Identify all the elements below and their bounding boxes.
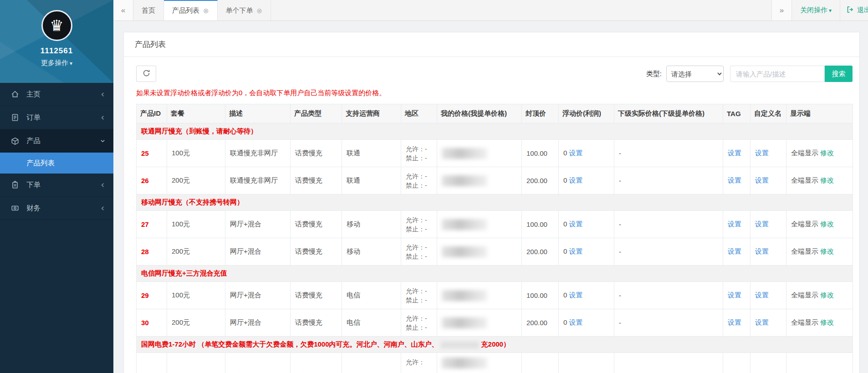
my-price-cell bbox=[437, 140, 522, 167]
type-select[interactable]: 请选择 bbox=[666, 66, 724, 82]
tag-cell: 设置 bbox=[723, 167, 751, 194]
sidebar-item-orders[interactable]: 订单 bbox=[0, 106, 113, 129]
search-button[interactable]: 搜索 bbox=[825, 66, 853, 82]
tag-set-link[interactable]: 设置 bbox=[728, 247, 741, 255]
sidebar-item-label: 订单 bbox=[26, 113, 100, 123]
custom-name-set-link[interactable]: 设置 bbox=[755, 291, 769, 299]
tab-single-order[interactable]: 单个下单 ⊗ bbox=[218, 0, 271, 20]
redacted-price bbox=[442, 148, 487, 159]
cap-price-cell: 100.00 bbox=[522, 140, 559, 167]
sidebar-item-product-list[interactable]: 产品列表 bbox=[0, 153, 113, 174]
group-title: 联通网厅慢充（到账慢，请耐心等待） bbox=[137, 123, 853, 140]
custom-name-set-link[interactable]: 设置 bbox=[755, 318, 769, 326]
display-modify-link[interactable]: 修改 bbox=[820, 247, 834, 255]
tag-set-link[interactable]: 设置 bbox=[728, 220, 741, 228]
my-price-cell bbox=[437, 211, 522, 238]
redacted-price bbox=[442, 317, 487, 328]
my-price-cell bbox=[437, 282, 522, 309]
region-allow: 允许： bbox=[406, 358, 432, 367]
page-title: 产品列表 bbox=[124, 32, 859, 57]
column-header: 描述 bbox=[225, 104, 291, 123]
more-actions-dropdown[interactable]: 更多操作▾ bbox=[0, 59, 113, 67]
redacted-price bbox=[442, 358, 487, 368]
tab-spacer bbox=[271, 0, 771, 20]
logout-button[interactable]: 退出 bbox=[840, 0, 868, 20]
region-cell: 允许：-禁止：- bbox=[401, 282, 437, 309]
chevron-down-icon: ▾ bbox=[829, 7, 832, 14]
description-cell: 网厅+混合 bbox=[225, 211, 291, 238]
exit-icon bbox=[847, 6, 854, 15]
tabs-scroll-left-button[interactable]: « bbox=[113, 0, 133, 20]
display-modify-link[interactable]: 修改 bbox=[820, 291, 834, 299]
float-price-set-link[interactable]: 设置 bbox=[569, 247, 583, 255]
close-actions-dropdown[interactable]: 关闭操作▾ bbox=[791, 0, 840, 20]
column-header: 地区 bbox=[401, 104, 437, 123]
circle-close-icon[interactable]: ⊗ bbox=[257, 7, 263, 14]
cap-price-cell: 100.00 bbox=[522, 211, 559, 238]
my-price-cell bbox=[437, 309, 522, 337]
chevron-down-icon: ▾ bbox=[70, 60, 72, 66]
float-price-set-link[interactable]: 设置 bbox=[569, 318, 583, 326]
tag-set-link[interactable]: 设置 bbox=[728, 291, 741, 299]
circle-close-icon[interactable]: ⊗ bbox=[203, 7, 209, 14]
display-cell: 全端显示 修改 bbox=[786, 238, 853, 266]
display-modify-link[interactable]: 修改 bbox=[820, 318, 834, 326]
display-cell bbox=[786, 353, 853, 373]
custom-name-set-link[interactable]: 设置 bbox=[755, 220, 769, 228]
float-price-set-link[interactable]: 设置 bbox=[569, 149, 583, 157]
column-header: 我的价格(我提单价格) bbox=[437, 104, 522, 123]
product-id-cell: 25 bbox=[137, 140, 167, 167]
tag-set-link[interactable]: 设置 bbox=[728, 176, 741, 184]
refresh-button[interactable] bbox=[136, 66, 156, 82]
tag-set-link[interactable]: 设置 bbox=[728, 318, 741, 326]
chevron-left-icon bbox=[100, 183, 105, 188]
column-header: TAG bbox=[723, 104, 751, 123]
custom-name-set-link[interactable]: 设置 bbox=[755, 247, 769, 255]
sub-price-cell: - bbox=[614, 309, 723, 337]
sidebar-item-label: 产品 bbox=[26, 136, 100, 146]
content-area: 产品列表 类型: 请选择 bbox=[113, 21, 868, 373]
search-input[interactable] bbox=[730, 66, 825, 82]
float-price-set-link[interactable]: 设置 bbox=[569, 220, 583, 228]
display-cell: 全端显示 修改 bbox=[786, 140, 853, 167]
region-allow: 允许：- bbox=[406, 314, 432, 323]
display-modify-link[interactable]: 修改 bbox=[820, 149, 834, 157]
product-id-cell: 27 bbox=[137, 211, 167, 238]
tab-home[interactable]: 首页 bbox=[133, 0, 164, 20]
redacted-price bbox=[442, 175, 487, 186]
product-type-cell: 话费慢充 bbox=[291, 238, 342, 266]
product-type-cell: 话费慢充 bbox=[291, 211, 342, 238]
sidebar-item-home[interactable]: 主页 bbox=[0, 83, 113, 106]
redacted-text bbox=[441, 342, 479, 348]
products-submenu: 产品列表 bbox=[0, 153, 113, 174]
custom-name-set-link[interactable]: 设置 bbox=[755, 176, 769, 184]
region-deny: 禁止：- bbox=[406, 181, 432, 190]
float-price-set-link[interactable]: 设置 bbox=[569, 176, 583, 184]
tabs-scroll-right-button[interactable]: » bbox=[771, 0, 791, 20]
custom-name-cell: 设置 bbox=[751, 238, 786, 266]
custom-name-cell: 设置 bbox=[751, 309, 786, 337]
custom-name-cell bbox=[751, 353, 786, 373]
tag-set-link[interactable]: 设置 bbox=[728, 149, 741, 157]
tab-product-list[interactable]: 产品列表 ⊗ bbox=[164, 0, 218, 20]
main-area: « 首页 产品列表 ⊗ 单个下单 ⊗ » 关闭操作▾ bbox=[113, 0, 868, 373]
group-title-prefix: 国网电费1-72小时 （单笔交费金额需大于欠费金额，欠费1000内可充。河北户、… bbox=[141, 340, 439, 348]
display-modify-link[interactable]: 修改 bbox=[820, 220, 834, 228]
float-price-notice: 如果未设置浮动价格或者浮动价为0，会自动取下单用户自己当前等级设置的价格。 bbox=[136, 89, 853, 97]
tag-cell: 设置 bbox=[723, 211, 751, 238]
redacted-price bbox=[442, 290, 487, 301]
display-modify-link[interactable]: 修改 bbox=[820, 176, 834, 184]
custom-name-cell: 设置 bbox=[751, 140, 786, 167]
chevron-down-icon bbox=[100, 138, 105, 143]
sidebar-item-products[interactable]: 产品 bbox=[0, 129, 113, 153]
float-price-set-link[interactable]: 设置 bbox=[569, 291, 583, 299]
product-row: 28200元网厅+混合话费慢充移动允许：-禁止：-200.000 设置-设置设置… bbox=[137, 238, 853, 266]
region-deny: 禁止：- bbox=[406, 252, 432, 261]
product-row: 29100元网厅+混合话费慢充电信允许：-禁止：-100.000 设置-设置设置… bbox=[137, 282, 853, 309]
product-row: 25100元联通慢充非网厅话费慢充联通允许：-禁止：-100.000 设置-设置… bbox=[137, 140, 853, 167]
custom-name-set-link[interactable]: 设置 bbox=[755, 149, 769, 157]
sidebar-item-finance[interactable]: 财务 bbox=[0, 197, 113, 220]
sidebar-item-place-order[interactable]: 下单 bbox=[0, 174, 113, 197]
sidebar-item-label: 财务 bbox=[26, 204, 100, 213]
package-cell: 200元 bbox=[167, 238, 225, 266]
